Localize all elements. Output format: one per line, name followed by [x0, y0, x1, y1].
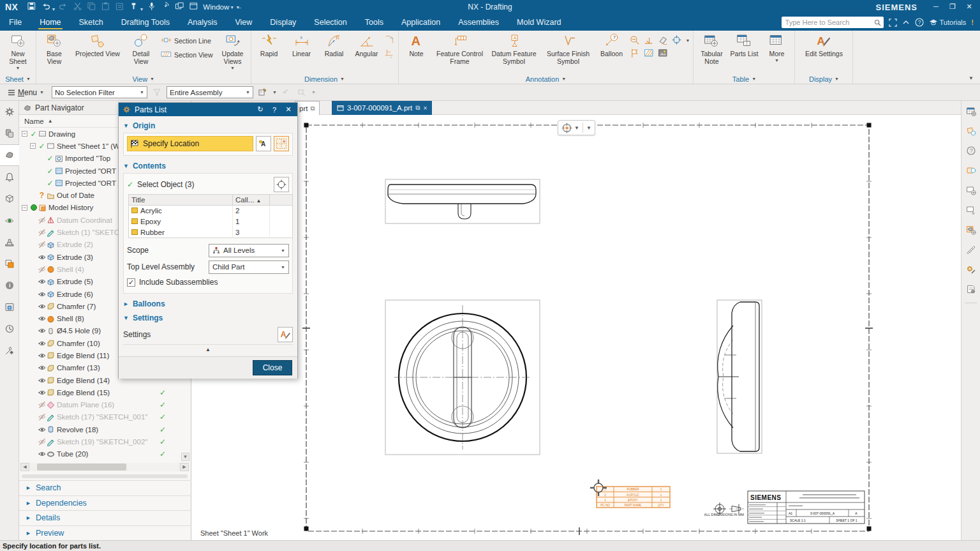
- tree-row[interactable]: Tube (20)✓: [19, 448, 182, 460]
- ribbon-button-datum-feature-symbol[interactable]: ADatum Feature Symbol: [487, 32, 541, 66]
- detach-tab-icon[interactable]: ⧉: [310, 105, 315, 112]
- view-front-projection[interactable]: [385, 300, 540, 455]
- ribbon-group-label-table[interactable]: Table▼: [694, 74, 794, 84]
- selection-filter-dropdown[interactable]: No Selection Filter▼: [52, 86, 147, 98]
- expand-collapse-box[interactable]: −: [30, 143, 36, 149]
- chevron-down-icon[interactable]: ▼: [686, 38, 690, 43]
- ribbon-button-edit-settings[interactable]: AEdit Settings: [797, 32, 850, 59]
- chamfer-dim-icon[interactable]: #1: [385, 34, 395, 45]
- toolbar-overflow-icon[interactable]: ▼̶: [235, 5, 240, 10]
- menu-item-home[interactable]: Home: [31, 14, 70, 31]
- ribbon-button-projected-view[interactable]: Projected View: [71, 32, 124, 59]
- ribbon-group-label-display[interactable]: Display▼: [795, 74, 852, 84]
- tree-row[interactable]: Datum Plane (16)✓: [19, 399, 182, 411]
- parts-list-row[interactable]: Epoxy1: [129, 216, 293, 227]
- tab-inactive-part[interactable]: prt ⧉: [295, 101, 320, 115]
- parts-list-table[interactable]: Title Call... ▲ Acrylic2Epoxy1Rubber3: [128, 194, 293, 238]
- select-object-button[interactable]: [274, 177, 289, 192]
- zoom-symbol-icon[interactable]: [630, 35, 640, 45]
- tabular-note-icon[interactable]: [961, 101, 980, 121]
- ribbon-group-label-annotation[interactable]: Annotation▼: [399, 74, 694, 84]
- group-dialog-launcher-icon[interactable]: ▼: [26, 77, 31, 81]
- microphone-icon[interactable]: [145, 1, 157, 11]
- window-menu-button[interactable]: Window ▼ ▼̶: [203, 3, 241, 11]
- chevron-down-icon[interactable]: ▼: [16, 66, 20, 70]
- expand-collapse-box[interactable]: −: [22, 205, 27, 211]
- tree-row[interactable]: Revolve (18)✓: [19, 423, 182, 435]
- view-settings-icon[interactable]: [961, 279, 980, 299]
- ribbon-button-section-line[interactable]: Section Line: [159, 34, 215, 47]
- ribbon-group-label-sheet[interactable]: Sheet▼: [0, 74, 36, 84]
- snap-point-icon[interactable]: [257, 87, 269, 98]
- new-view-icon[interactable]: [961, 180, 980, 200]
- touch-mode-icon[interactable]: [160, 1, 171, 11]
- panel-section-details[interactable]: ►Details: [19, 510, 191, 525]
- contents-section-header[interactable]: ▼ Contents: [123, 159, 293, 173]
- hidden-eye-icon[interactable]: [38, 241, 46, 248]
- edit-settings-button[interactable]: A: [278, 327, 293, 342]
- intersection-symbol-icon[interactable]: [644, 35, 654, 45]
- scroll-right-icon[interactable]: ►: [180, 463, 189, 471]
- visible-eye-icon[interactable]: [38, 303, 46, 310]
- chevron-down-icon[interactable]: ▼: [775, 58, 779, 63]
- detach-tab-icon[interactable]: ⧉: [415, 104, 420, 112]
- dropdown-caret-icon[interactable]: ▼: [51, 7, 56, 11]
- ribbon-button-linear-dim[interactable]: xLinear: [286, 32, 318, 59]
- expand-collapse-box[interactable]: −: [22, 131, 27, 137]
- detail-view-icon[interactable]: [961, 121, 980, 140]
- include-subassemblies-checkbox[interactable]: ✓: [127, 278, 135, 287]
- tree-row[interactable]: Sketch (19) "SKETCH_002"✓: [19, 435, 182, 448]
- visible-eye-icon[interactable]: [38, 327, 46, 335]
- view-side-projection[interactable]: [717, 300, 762, 453]
- history-icon[interactable]: [0, 318, 19, 340]
- dialog-help-icon[interactable]: ?: [269, 106, 279, 114]
- eraser-symbol-icon[interactable]: [658, 35, 668, 45]
- menu-item-file[interactable]: File: [0, 14, 31, 31]
- ribbon-button-base-view[interactable]: Base View: [38, 32, 70, 66]
- ordinate-dim-icon[interactable]: x: [385, 49, 395, 59]
- visible-eye-icon[interactable]: [38, 291, 46, 298]
- settings-gear-icon[interactable]: [0, 101, 19, 123]
- scroll-down-icon[interactable]: ▼: [181, 453, 189, 461]
- panel-section-dependencies[interactable]: ►Dependencies: [19, 495, 191, 511]
- menu-button[interactable]: Menu ▼: [4, 87, 48, 98]
- balloons-section-header[interactable]: ► Balloons: [123, 297, 293, 311]
- target-point-icon[interactable]: [672, 35, 682, 45]
- menu-item-analysis[interactable]: Analysis: [179, 14, 226, 31]
- visible-eye-icon[interactable]: [38, 426, 46, 434]
- hidden-eye-icon[interactable]: [38, 229, 46, 236]
- tutorials-button[interactable]: Tutorials: [929, 19, 967, 26]
- ribbon-button-sheet-new[interactable]: New Sheet▼: [2, 32, 34, 72]
- ribbon-button-more-table[interactable]: More▼: [761, 32, 792, 64]
- visible-eye-icon[interactable]: [38, 450, 46, 458]
- group-dialog-launcher-icon[interactable]: ▼: [340, 77, 345, 81]
- menu-item-drafting-tools[interactable]: Drafting Tools: [112, 14, 179, 31]
- ribbon-group-label-dimension[interactable]: Dimension▼: [251, 74, 398, 84]
- ribbon-options-icon[interactable]: ▼: [969, 75, 980, 84]
- command-search-input[interactable]: [782, 17, 884, 28]
- ribbon-button-detail-view[interactable]: Detail View: [125, 32, 157, 66]
- menu-item-display[interactable]: Display: [261, 14, 305, 31]
- ribbon-button-surface-finish-symbol[interactable]: Surface Finish Symbol: [542, 32, 595, 66]
- base-view-icon[interactable]: [961, 220, 980, 239]
- snap-dropdown-icon[interactable]: ▼: [272, 90, 277, 94]
- pending-parts-list-table[interactable]: 3RUBBER12ACRYLIC11EPOXY1PC NOPART NAMEQT…: [597, 487, 670, 508]
- panel-splitter[interactable]: [22, 474, 188, 478]
- tab-active-part[interactable]: 3-007-000091_A.prt ⧉ ×: [332, 101, 432, 115]
- ribbon-button-rapid-dim[interactable]: Rapid: [253, 32, 285, 59]
- callout-column-header[interactable]: Call... ▲: [233, 195, 270, 206]
- utilities-icon[interactable]: [961, 259, 980, 279]
- tree-horizontal-scrollbar[interactable]: ◄ ►: [20, 462, 189, 471]
- ribbon-button-note[interactable]: ANote: [401, 32, 433, 59]
- dialog-titlebar[interactable]: Parts List ↻ ? ✕: [119, 103, 297, 116]
- help-icon[interactable]: ?: [961, 140, 980, 160]
- origin-section-header[interactable]: ▼ Origin: [123, 119, 293, 133]
- minimize-button[interactable]: ─: [929, 1, 943, 13]
- selection-more-icon[interactable]: ▼: [311, 90, 316, 94]
- restore-button[interactable]: ❐: [946, 1, 960, 13]
- specify-location-field[interactable]: Specify Location: [127, 136, 253, 151]
- ribbon-group-label-view[interactable]: View▼: [36, 74, 251, 84]
- dialog-reset-icon[interactable]: ↻: [255, 105, 265, 114]
- close-tab-icon[interactable]: ×: [423, 105, 427, 112]
- information-icon[interactable]: i: [0, 275, 19, 296]
